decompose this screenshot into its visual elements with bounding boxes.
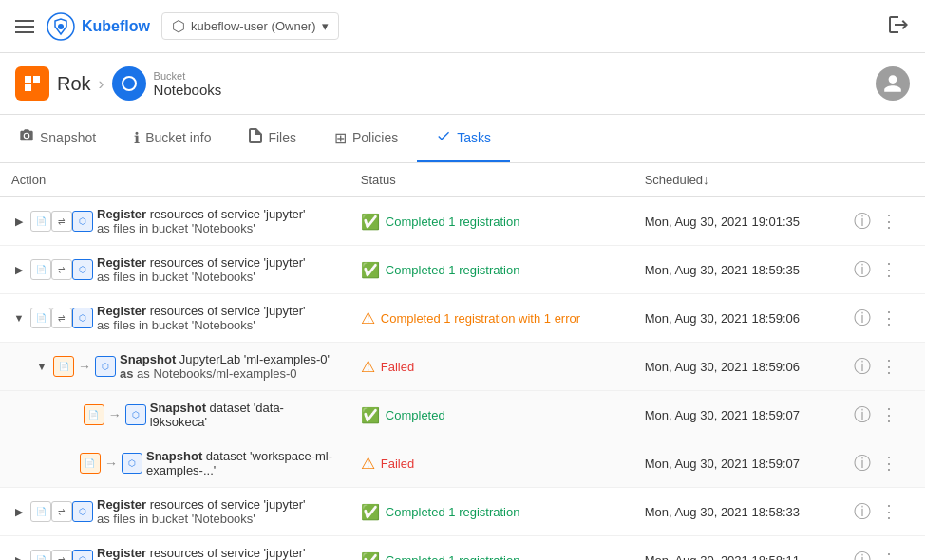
bucket-action-icon: ⬡ <box>122 453 142 474</box>
tab-policies-label: Policies <box>352 130 398 145</box>
scheduled-cell: Mon, Aug 30, 2021 18:59:35 <box>633 246 838 294</box>
rok-breadcrumb: Rok <box>15 66 91 101</box>
status-cell: ✅ Completed 1 registration <box>361 213 622 231</box>
row-info-button[interactable]: ⓘ <box>849 305 876 331</box>
tab-files[interactable]: Files <box>230 115 315 162</box>
bucket-icon <box>112 66 146 101</box>
expand-button[interactable]: ▶ <box>11 215 27 228</box>
tab-policies[interactable]: ⊞ Policies <box>315 116 417 162</box>
status-cell: ✅ Completed 1 registration <box>361 261 622 279</box>
doc-icon: 📄 <box>30 550 51 560</box>
status-ok-icon: ✅ <box>361 406 380 424</box>
flow-icon: ⇌ <box>51 308 72 328</box>
row-more-button[interactable]: ⋮ <box>876 498 902 525</box>
tab-snapshot[interactable]: Snapshot <box>0 115 115 162</box>
status-warn-icon: ⚠ <box>361 308 375 328</box>
logo: Kubeflow <box>46 11 150 42</box>
row-info-button[interactable]: ⓘ <box>849 353 876 380</box>
arrow-icon: → <box>74 356 95 377</box>
bucket-breadcrumb: Bucket Notebooks <box>112 66 222 101</box>
breadcrumb: Rok › Bucket Notebooks <box>0 53 925 115</box>
hamburger-menu[interactable] <box>15 20 34 33</box>
svg-rect-3 <box>33 76 40 83</box>
status-cell: ✅ Completed 1 registration <box>361 551 622 561</box>
tab-tasks[interactable]: Tasks <box>417 115 510 162</box>
th-scheduled[interactable]: Scheduled↓ <box>633 163 838 197</box>
status-cell: ⚠ Failed <box>361 357 622 377</box>
row-info-button[interactable]: ⓘ <box>849 547 876 560</box>
arrow-icon: → <box>104 404 125 425</box>
status-warn-icon: ⚠ <box>361 454 375 474</box>
tab-tasks-label: Tasks <box>457 130 491 145</box>
th-action: Action <box>0 163 349 197</box>
table-row: ▶ 📄 ⇌ ⬡ Register resources of service 'j… <box>0 246 925 294</box>
scheduled-cell: Mon, Aug 30, 2021 18:59:07 <box>633 391 838 439</box>
row-info-button[interactable]: ⓘ <box>849 401 876 428</box>
bucket-action-icon: ⬡ <box>95 356 116 377</box>
tab-bucket-info[interactable]: ℹ Bucket info <box>115 116 230 162</box>
tabs-bar: Snapshot ℹ Bucket info Files ⊞ Policies … <box>0 115 925 163</box>
row-info-button[interactable]: ⓘ <box>849 498 876 525</box>
scheduled-cell: Mon, Aug 30, 2021 18:59:06 <box>633 294 838 343</box>
bucket-name: Notebooks <box>154 82 222 98</box>
row-more-button[interactable]: ⋮ <box>876 305 902 331</box>
expand-button[interactable]: ▼ <box>11 312 27 324</box>
row-more-button[interactable]: ⋮ <box>876 450 902 476</box>
table-row: ▶ 📄 ⇌ ⬡ Register resources of service 'j… <box>0 488 925 536</box>
table-row: ▼ 📄 ⇌ ⬡ Register resources of service 'j… <box>0 294 925 343</box>
expand-button[interactable]: ▶ <box>11 264 27 276</box>
status-ok-icon: ✅ <box>361 261 380 279</box>
scheduled-cell: Mon, Aug 30, 2021 18:59:07 <box>633 439 838 488</box>
info-icon: ℹ <box>134 129 140 147</box>
tab-snapshot-label: Snapshot <box>40 130 96 145</box>
namespace-selector[interactable]: ⬡ kubeflow-user (Owner) ▾ <box>161 12 339 40</box>
table-row: 📄 → ⬡ Snapshot dataset 'workspace-ml-exa… <box>0 439 925 488</box>
svg-rect-4 <box>25 84 31 91</box>
expand-button[interactable]: ▼ <box>34 361 49 372</box>
doc-icon: 📄 <box>30 308 51 328</box>
bucket-label: Bucket <box>154 70 222 82</box>
breadcrumb-arrow: › <box>99 74 104 94</box>
expand-button[interactable]: ▶ <box>11 506 27 518</box>
status-cell: ⚠ Failed <box>361 454 622 474</box>
top-nav: Kubeflow ⬡ kubeflow-user (Owner) ▾ <box>0 0 925 53</box>
bucket-action-icon: ⬡ <box>72 308 93 328</box>
doc-orange-icon: 📄 <box>53 356 74 377</box>
row-info-button[interactable]: ⓘ <box>849 256 876 283</box>
row-more-button[interactable]: ⋮ <box>876 256 902 283</box>
row-info-button[interactable]: ⓘ <box>849 450 876 476</box>
th-row-actions <box>838 163 925 197</box>
svg-rect-2 <box>25 76 31 83</box>
namespace-label: kubeflow-user (Owner) <box>191 19 316 33</box>
tab-bucket-info-label: Bucket info <box>145 130 211 145</box>
logout-button[interactable] <box>887 13 910 39</box>
row-more-button[interactable]: ⋮ <box>876 401 902 428</box>
status-ok-icon: ✅ <box>361 551 380 561</box>
tasks-icon <box>436 128 451 147</box>
svg-point-1 <box>58 24 64 29</box>
row-more-button[interactable]: ⋮ <box>876 353 902 380</box>
status-cell: ✅ Completed 1 registration <box>361 503 622 521</box>
status-cell: ✅ Completed <box>361 406 622 424</box>
bucket-action-icon: ⬡ <box>72 501 93 522</box>
doc-orange-icon: 📄 <box>80 453 101 474</box>
row-more-button[interactable]: ⋮ <box>876 208 902 234</box>
cube-icon: ⬡ <box>172 17 185 35</box>
user-avatar[interactable] <box>876 66 910 101</box>
files-icon <box>249 128 262 147</box>
snapshot-icon <box>19 128 34 147</box>
doc-icon: 📄 <box>30 259 51 280</box>
row-info-button[interactable]: ⓘ <box>849 208 876 234</box>
tab-files-label: Files <box>268 130 296 145</box>
rok-title: Rok <box>57 73 91 95</box>
tasks-table-container: Action Status Scheduled↓ ▶ 📄 <box>0 163 925 560</box>
status-ok-icon: ✅ <box>361 213 380 231</box>
expand-button[interactable]: ▶ <box>11 554 27 561</box>
row-more-button[interactable]: ⋮ <box>876 547 902 560</box>
scheduled-cell: Mon, Aug 30, 2021 18:58:33 <box>633 488 838 536</box>
scheduled-cell: Mon, Aug 30, 2021 18:59:06 <box>633 343 838 391</box>
doc-icon: 📄 <box>30 501 51 522</box>
kubeflow-logo-icon <box>46 11 76 42</box>
status-warn-icon: ⚠ <box>361 357 375 377</box>
status-ok-icon: ✅ <box>361 503 380 521</box>
